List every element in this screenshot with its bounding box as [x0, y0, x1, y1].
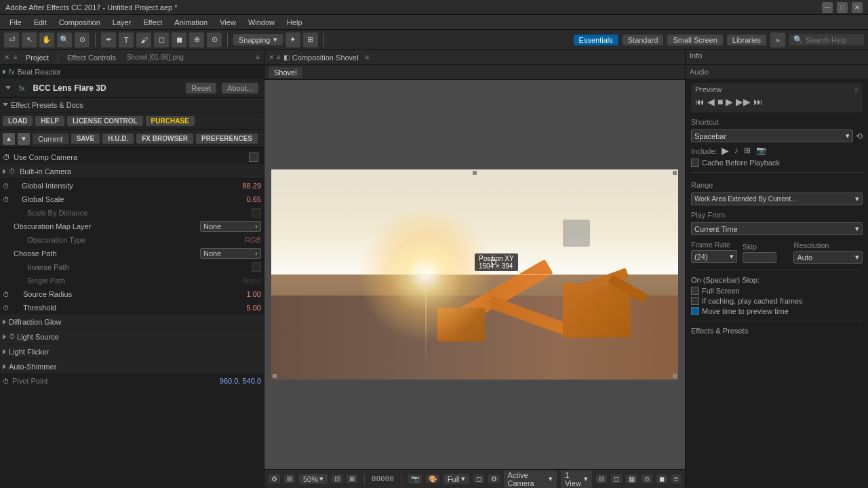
effect-presets-section[interactable]: Effect Presets & Docs [0, 98, 264, 113]
prev-frame-button[interactable]: ◀ [707, 96, 715, 107]
play-from-dropdown[interactable]: Current Time ▾ [691, 222, 863, 235]
handle-top-right[interactable] [673, 171, 677, 175]
comp-settings-icon[interactable]: ≡ [366, 54, 370, 61]
camera-orbit-tool[interactable]: ⊙ [75, 33, 90, 47]
cache-before-playback-checkbox[interactable] [691, 159, 699, 167]
camera-icon[interactable]: 📷 [408, 474, 422, 483]
region-of-interest-icon[interactable]: ◻ [611, 474, 622, 483]
license-control-button[interactable]: LICENSE CONTROL [67, 116, 143, 126]
tab-project[interactable]: Project [22, 52, 53, 63]
bcc-about-button[interactable]: About... [222, 83, 258, 94]
fx-browser-button[interactable]: FX BROWSER [136, 134, 193, 144]
select-tool[interactable]: ↖ [22, 33, 37, 47]
load-button[interactable]: LOAD [3, 116, 33, 126]
menu-edit[interactable]: Edit [28, 17, 52, 28]
help-button[interactable]: HELP [35, 116, 64, 126]
menu-layer[interactable]: Layer [107, 17, 137, 28]
close-button[interactable]: ✕ [852, 2, 863, 13]
stamp-tool[interactable]: ◻ [154, 33, 169, 47]
stop-button[interactable]: ■ [717, 96, 723, 107]
inverse-path-checkbox[interactable] [252, 262, 261, 272]
light-flicker-section[interactable]: Light Flicker [0, 344, 264, 359]
frame-rate-dropdown[interactable]: (24) ▾ [691, 250, 737, 263]
3d-view-icon[interactable]: ⊙ [642, 474, 652, 483]
cache-icon[interactable]: ⊞ [744, 146, 751, 155]
choose-path-dropdown[interactable]: None ▾ [200, 248, 261, 259]
transform-tool[interactable]: ✦ [285, 33, 300, 47]
choose-path-row[interactable]: Choose Path None ▾ [0, 247, 264, 260]
next-frame-button[interactable]: ▶▶ [736, 96, 751, 107]
home-tool[interactable]: ⏎ [4, 33, 19, 47]
skip-input[interactable]: 0 [743, 252, 776, 263]
obscuration-map-row[interactable]: Obscuration Map Layer None ▾ [0, 220, 264, 233]
camera-dropdown[interactable]: Active Camera ▾ [504, 470, 557, 488]
inverse-path-row[interactable]: Inverse Path [0, 260, 264, 274]
screenshot-icon[interactable]: 📷 [756, 146, 766, 155]
grid-tool[interactable]: ⊞ [303, 33, 318, 47]
if-caching-checkbox[interactable] [691, 297, 699, 305]
diffraction-glow-section[interactable]: Diffraction Glow [0, 314, 264, 329]
composition-viewer[interactable]: Position XY 1504 × 394 [264, 80, 685, 469]
quality-dropdown[interactable]: Full ▾ [443, 474, 469, 484]
handle-bottom-right[interactable] [673, 374, 677, 378]
comp-close-icon[interactable]: ✕ [269, 54, 274, 61]
arrow-up-icon[interactable]: ▲ [3, 133, 15, 145]
menu-effect[interactable]: Effect [138, 17, 167, 28]
libraries-button[interactable]: Libraries [727, 35, 766, 45]
brush-tool[interactable]: 🖌 [136, 33, 151, 47]
pivot-point-value[interactable]: 960.0, 540.0 [220, 377, 261, 385]
puppet-tool[interactable]: ⊙ [207, 33, 222, 47]
global-intensity-row[interactable]: ⏱ Global Intensity 88.29 [0, 179, 264, 192]
layer-controls-icon[interactable]: ≡ [671, 474, 681, 483]
pivot-point-row[interactable]: ⏱ Pivot Point 960.0, 540.0 [0, 374, 264, 388]
built-in-camera-section[interactable]: ⏱ Built-in Camera [0, 164, 264, 179]
move-time-checkbox[interactable] [691, 307, 699, 315]
bcc-reset-button[interactable]: Reset [186, 83, 216, 94]
color-icon[interactable]: 🎨 [426, 474, 439, 483]
comp-tab[interactable]: Shovel [269, 67, 302, 78]
preferences-button[interactable]: PREFERENCES [196, 134, 258, 144]
arrow-down-icon[interactable]: ▼ [18, 133, 30, 145]
viewer-grid-icon[interactable]: ⊞ [284, 474, 295, 483]
search-input[interactable] [806, 36, 860, 44]
obscuration-map-dropdown[interactable]: None ▾ [200, 221, 261, 232]
save-button[interactable]: SAVE [71, 134, 100, 144]
source-radius-value[interactable]: 1.00 [220, 290, 261, 298]
shortcut-dropdown[interactable]: Spacebar ▾ [691, 129, 853, 142]
skip-start-button[interactable]: ⏮ [695, 96, 705, 107]
light-source-section[interactable]: ⏱ Light Source [0, 329, 264, 344]
threshold-row[interactable]: ⏱ Threshold 5.00 [0, 301, 264, 314]
video-icon[interactable]: ▶ [722, 145, 729, 156]
global-scale-row[interactable]: ⏱ Global Scale 0.65 [0, 192, 264, 206]
use-comp-camera-checkbox[interactable] [249, 152, 258, 162]
beat-reactor-row[interactable]: fx Beat Reactor [0, 65, 264, 79]
audio-include-icon[interactable]: ♪ [734, 146, 738, 155]
full-screen-checkbox[interactable] [691, 287, 699, 295]
snapshot-icon[interactable]: ◼ [656, 474, 667, 483]
pen-tool[interactable]: ✒ [101, 33, 116, 47]
small-screen-button[interactable]: Small Screen [667, 35, 722, 45]
shortcut-sync-icon[interactable]: ⟲ [856, 131, 863, 141]
range-dropdown[interactable]: Work Area Extended By Current... ▾ [691, 192, 863, 205]
tab-effect-controls[interactable]: Effect Controls [63, 52, 120, 63]
panel-menu-icon[interactable]: ≡ [14, 54, 18, 61]
hud-button[interactable]: H.U.D. [102, 134, 134, 144]
resolution-dropdown[interactable]: Auto ▾ [793, 251, 863, 264]
comp-menu-icon[interactable]: ≡ [277, 54, 281, 61]
hand-tool[interactable]: ✋ [39, 33, 54, 47]
menu-help[interactable]: Help [281, 17, 308, 28]
standard-button[interactable]: Standard [623, 35, 664, 45]
menu-animation[interactable]: Animation [169, 17, 213, 28]
maximize-button[interactable]: □ [837, 2, 848, 13]
viewer-settings-icon[interactable]: ⚙ [269, 474, 280, 483]
auto-shimmer-section[interactable]: Auto-Shimmer [0, 359, 264, 374]
global-intensity-value[interactable]: 88.29 [220, 182, 261, 190]
menu-composition[interactable]: Composition [54, 17, 106, 28]
purchase-button[interactable]: PURCHASE [146, 116, 195, 126]
view-dropdown[interactable]: 1 View ▾ [561, 470, 592, 488]
roto-tool[interactable]: ⊕ [189, 33, 204, 47]
source-radius-row[interactable]: ⏱ Source Radius 1.00 [0, 287, 264, 301]
global-scale-value[interactable]: 0.65 [220, 195, 261, 203]
close-panel-icon[interactable]: ✕ [4, 54, 9, 61]
viewer-region-icon[interactable]: ⊠ [347, 474, 357, 483]
